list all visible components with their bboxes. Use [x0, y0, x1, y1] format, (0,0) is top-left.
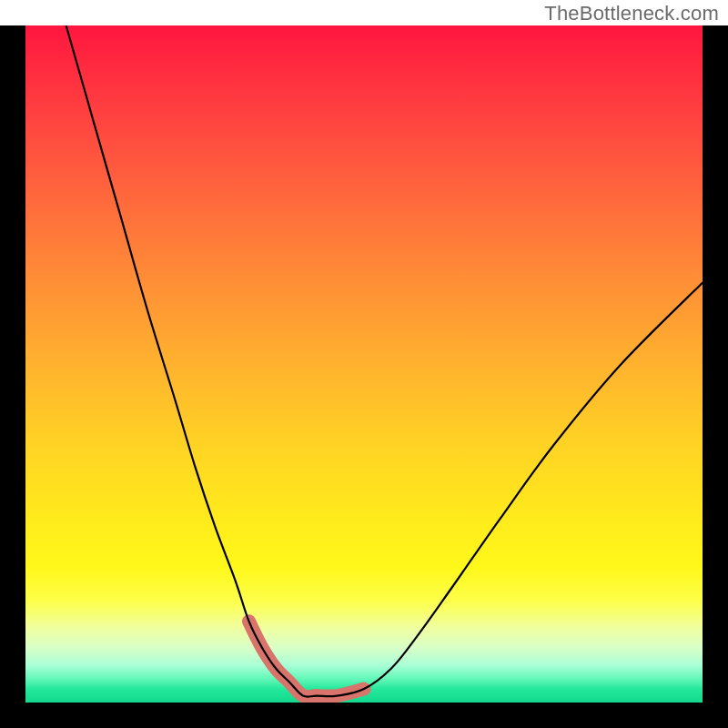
watermark-text: TheBottleneck.com — [544, 2, 719, 25]
plot-frame — [0, 25, 728, 728]
optimal-zone-highlight — [249, 622, 365, 697]
plot-area — [25, 25, 703, 703]
bottleneck-curve — [66, 25, 703, 697]
chart-stage: TheBottleneck.com — [0, 0, 728, 728]
curves-svg — [25, 25, 703, 703]
